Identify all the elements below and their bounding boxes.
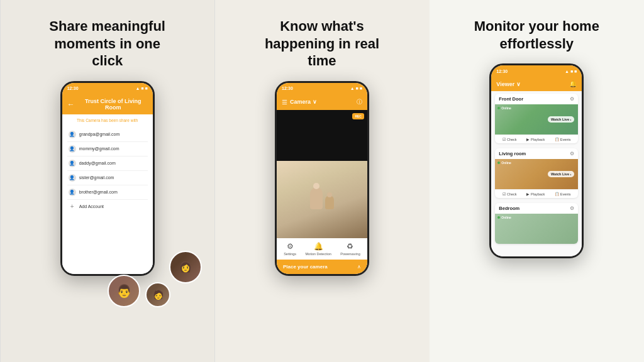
powersaving-button[interactable]: ♻ Powersaving xyxy=(340,242,360,256)
events-button[interactable]: 📋 Events xyxy=(555,137,571,141)
events-label: Events xyxy=(560,192,571,196)
online-badge: Online xyxy=(497,161,511,165)
watch-live-button-2[interactable]: Watch Live › xyxy=(548,171,574,177)
camera-title: Camera ∨ xyxy=(290,99,354,105)
trust-circle-title: Trust Circle of Living Room xyxy=(79,98,148,111)
avatar-man: 👨 xyxy=(108,275,140,307)
camera-name: Bedroom xyxy=(499,206,519,211)
avatar-woman: 👩 xyxy=(169,251,202,283)
chevron-up-icon: ∧ xyxy=(357,264,361,270)
online-text: Online xyxy=(501,106,511,110)
contact-email: daddy@gmail.com xyxy=(79,161,116,165)
camera-card-header: Front Door ⚙ xyxy=(495,94,578,104)
add-account-text: Add Account xyxy=(79,204,104,209)
online-badge: Online xyxy=(497,106,511,110)
power-icon: ♻ xyxy=(347,242,353,251)
power-label: Powersaving xyxy=(340,252,360,256)
place-camera-text: Place your camera xyxy=(283,264,328,270)
camera-card-actions-1: ☑ Check ▶ Playback 📋 Events xyxy=(495,134,578,143)
settings-button[interactable]: ⚙ Settings xyxy=(284,242,296,256)
status-bar-2: 12:30 ▲ ■ ■ xyxy=(277,83,367,94)
contact-row: 👤 daddy@gmail.com xyxy=(67,156,148,171)
camera-card-bedroom: Bedroom ⚙ Online xyxy=(495,203,578,244)
phone2-header: ☰ Camera ∨ ⓘ xyxy=(277,94,367,110)
online-text: Online xyxy=(501,161,511,165)
gear-icon[interactable]: ⚙ xyxy=(570,206,574,211)
viewer-title: Viewer ∨ xyxy=(496,81,520,87)
events-label: Events xyxy=(560,138,571,141)
online-dot xyxy=(497,162,500,164)
contact-email: brother@gmail.com xyxy=(79,190,118,194)
camera-card-living-room: Living room ⚙ Online Watch Live › ☑ xyxy=(495,148,578,198)
contact-row: 👤 sister@gmail.com xyxy=(67,171,148,185)
camera-card-front-door: Front Door ⚙ Online Watch Live › ☑ C xyxy=(495,94,578,143)
camera-preview-2: Online Watch Live › xyxy=(495,159,578,189)
playback-button[interactable]: ▶ Playback xyxy=(526,137,545,141)
avatar-area: 👨 👩 🧑 xyxy=(108,251,208,307)
playback-button[interactable]: ▶ Playback xyxy=(526,192,545,196)
people-silhouette xyxy=(310,187,334,209)
share-subtitle: This Camera has been share with xyxy=(67,118,148,123)
playback-label: Playback xyxy=(531,192,545,196)
settings-icon: ⚙ xyxy=(287,242,294,251)
panel-share: Share meaningful moments in one click 12… xyxy=(0,0,214,362)
watch-live-button-1[interactable]: Watch Live › xyxy=(548,116,574,123)
status-bar-1: 12:30 ▲ ■ ■ xyxy=(62,83,153,94)
playback-icon: ▶ xyxy=(526,192,530,196)
contact-email: sister@gmail.com xyxy=(79,175,114,180)
camera-preview-1: Online Watch Live › xyxy=(495,104,578,134)
person-icon: 👤 xyxy=(69,174,76,182)
playback-label: Playback xyxy=(531,138,545,141)
back-arrow-icon[interactable]: ← xyxy=(67,100,75,109)
check-icon: ☑ xyxy=(502,137,506,141)
contact-email: mommy@gmail.com xyxy=(79,146,119,151)
motion-icon: 🔔 xyxy=(314,242,323,251)
camera-name: Front Door xyxy=(499,96,523,102)
panel-monitor: Monitor your home effortlessly 12:30 ▲ ■… xyxy=(430,0,644,362)
playback-icon: ▶ xyxy=(526,137,530,141)
person-icon: 👤 xyxy=(69,145,76,153)
panel-share-title: Share meaningful moments in one click xyxy=(38,18,177,70)
check-button[interactable]: ☑ Check xyxy=(502,137,517,141)
events-button[interactable]: 📋 Events xyxy=(555,192,571,196)
panel-realtime: Know what's happening in real time 12:30… xyxy=(214,0,429,362)
camera-list: Front Door ⚙ Online Watch Live › ☑ C xyxy=(491,91,582,256)
settings-label: Settings xyxy=(284,252,296,256)
person-icon: 👤 xyxy=(69,131,76,138)
phone-2: 12:30 ▲ ■ ■ ☰ Camera ∨ ⓘ REC xyxy=(275,81,369,276)
gear-icon[interactable]: ⚙ xyxy=(570,96,574,102)
camera-card-header: Bedroom ⚙ xyxy=(495,203,578,214)
place-camera-bar[interactable]: Place your camera ∧ xyxy=(277,260,367,274)
phone1-body: This Camera has been share with 👤 grandp… xyxy=(62,114,153,274)
info-icon[interactable]: ⓘ xyxy=(357,98,362,106)
phone1-header: ← Trust Circle of Living Room xyxy=(62,94,153,114)
motion-detection-button[interactable]: 🔔 Motion Detection xyxy=(306,242,331,256)
person-silhouette-child xyxy=(325,195,334,209)
camera-name: Living room xyxy=(499,151,526,156)
person-silhouette-adult xyxy=(310,187,323,209)
check-label: Check xyxy=(507,138,517,141)
person-icon: 👤 xyxy=(69,189,76,196)
camera-preview-3: Online xyxy=(495,214,578,244)
rec-badge: REC xyxy=(352,113,364,119)
status-bar-3: 12:30 ▲ ■ ■ xyxy=(491,65,582,77)
events-icon: 📋 xyxy=(555,137,559,141)
hamburger-icon[interactable]: ☰ xyxy=(282,99,287,106)
panel-realtime-title: Know what's happening in real time xyxy=(253,18,391,70)
gear-icon[interactable]: ⚙ xyxy=(570,151,574,156)
add-account-row[interactable]: + Add Account xyxy=(67,200,148,214)
events-icon: 📋 xyxy=(555,192,559,196)
bell-icon[interactable]: 🔔 xyxy=(569,80,577,87)
motion-label: Motion Detection xyxy=(306,252,331,256)
camera-card-actions-2: ☑ Check ▶ Playback 📋 Events xyxy=(495,189,578,198)
camera-card-header: Living room ⚙ xyxy=(495,148,578,159)
phone-1: 12:30 ▲ ■ ■ ← Trust Circle of Living Roo… xyxy=(60,81,155,276)
check-button[interactable]: ☑ Check xyxy=(502,192,517,196)
phone-3: 12:30 ▲ ■ ■ Viewer ∨ 🔔 Front Door ⚙ xyxy=(489,63,584,258)
contact-email: grandpa@gmail.com xyxy=(79,132,120,136)
add-icon: + xyxy=(69,203,76,211)
online-text: Online xyxy=(501,216,511,219)
camera-video: REC xyxy=(277,110,367,238)
online-dot xyxy=(497,216,500,219)
online-dot xyxy=(497,107,500,109)
